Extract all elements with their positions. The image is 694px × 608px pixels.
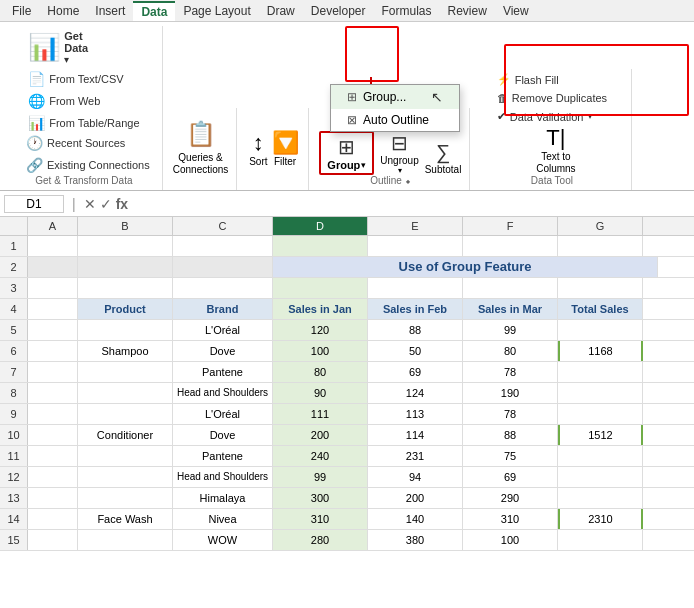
ribbon: 📊 Get Data ▾ 📄 From Text/CSV 🌐 From Web [0,22,694,191]
table-row: 4 Product Brand Sales in Jan Sales in Fe… [0,299,694,320]
col-header-g[interactable]: G [558,217,643,235]
col-header-d[interactable]: D [273,217,368,235]
validation-icon: ✔ [497,110,506,123]
table-row: 10 Conditioner Dove 200 114 88 1512 [0,425,694,446]
web-icon: 🌐 [28,93,45,109]
table-row: 13 Himalaya 300 200 290 [0,488,694,509]
menubar: File Home Insert Data Page Layout Draw D… [0,0,694,22]
menu-home[interactable]: Home [39,2,87,20]
flash-icon: ⚡ [497,73,511,86]
formula-bar: D1 | ✕ ✓ fx [0,191,694,217]
existing-connections-button[interactable]: 🔗 Existing Connections [22,155,154,175]
table-row: 6 Shampoo Dove 100 50 80 1168 [0,341,694,362]
row-num-corner [0,217,28,235]
ribbon-group-get-transform: 📊 Get Data ▾ 📄 From Text/CSV 🌐 From Web [6,26,163,190]
subtotal-button[interactable]: ∑ Subtotal [425,141,462,175]
formula-input[interactable] [132,196,690,212]
group-highlight-box [345,26,399,82]
ribbon-group-datatools: ⚡ Flash Fill 🗑 Remove Duplicates ✔ Data … [472,69,632,190]
table-row: 3 [0,278,694,299]
menu-insert[interactable]: Insert [87,2,133,20]
menu-view[interactable]: View [495,2,537,20]
table-row: 5 L'Oréal 120 88 99 [0,320,694,341]
remove-dup-icon: 🗑 [497,92,508,104]
menu-pagelayout[interactable]: Page Layout [175,2,258,20]
group-dropdown: ⊞ Group... ↖ ⊠ Auto Outline [330,84,460,132]
csv-icon: 📄 [28,71,45,87]
insert-function-icon[interactable]: fx [116,196,128,212]
menu-developer[interactable]: Developer [303,2,374,20]
get-data-button[interactable]: 📊 Get Data ▾ [24,28,143,67]
spreadsheet: A B C D E F G 1 2 Use of Group Feature [0,217,694,551]
confirm-formula-icon[interactable]: ✓ [100,196,112,212]
remove-duplicates-button[interactable]: 🗑 Remove Duplicates [493,90,611,106]
table-row: 12 Head and Shoulders 99 94 69 [0,467,694,488]
ungroup-button[interactable]: ⊟ Ungroup ▾ [380,131,418,175]
table-row: 9 L'Oréal 111 113 78 [0,404,694,425]
cancel-formula-icon[interactable]: ✕ [84,196,96,212]
table-row: 2 Use of Group Feature [0,257,694,278]
col-header-e[interactable]: E [368,217,463,235]
col-header-b[interactable]: B [78,217,173,235]
from-table-button[interactable]: 📊 From Table/Range [24,113,143,133]
group-menu-icon: ⊞ [347,90,357,104]
ribbon-group-queries: 📋 Queries &Connections [165,108,238,190]
connection-icon: 🔗 [26,157,43,173]
from-web-button[interactable]: 🌐 From Web [24,91,143,111]
flash-fill-button[interactable]: ⚡ Flash Fill [493,71,611,88]
col-header-a[interactable]: A [28,217,78,235]
menu-draw[interactable]: Draw [259,2,303,20]
col-header-c[interactable]: C [173,217,273,235]
from-text-csv-button[interactable]: 📄 From Text/CSV [24,69,143,89]
table-row: 11 Pantene 240 231 75 [0,446,694,467]
table-row: 7 Pantene 80 69 78 [0,362,694,383]
cursor-icon: ↖ [431,89,443,105]
auto-outline-option[interactable]: ⊠ Auto Outline [331,109,459,131]
menu-data[interactable]: Data [133,1,175,21]
arrow-indicator2 [580,22,620,52]
table-icon: 📊 [28,115,45,131]
menu-review[interactable]: Review [440,2,495,20]
recent-sources-button[interactable]: 🕐 Recent Sources [22,133,154,153]
outline-menu-icon: ⊠ [347,113,357,127]
col-header-f[interactable]: F [463,217,558,235]
column-headers: A B C D E F G [0,217,694,236]
cell-reference[interactable]: D1 [4,195,64,213]
recent-icon: 🕐 [26,135,43,151]
data-validation-button[interactable]: ✔ Data Validation ▾ [493,108,611,125]
formula-icons: ✕ ✓ fx [84,196,128,212]
table-row: 8 Head and Shoulders 90 124 190 [0,383,694,404]
table-row: 1 [0,236,694,257]
group-option[interactable]: ⊞ Group... ↖ [331,85,459,109]
formula-separator: | [68,196,80,212]
get-transform-label: Get & Transform Data [35,175,132,188]
datatools-label: Data Tool [531,175,573,188]
menu-formulas[interactable]: Formulas [374,2,440,20]
table-row: 15 WOW 280 380 100 [0,530,694,551]
menu-file[interactable]: File [4,2,39,20]
outline-label: Outline ⬥ [370,175,410,188]
ribbon-group-sort: ↕️ Sort 🔽 Filter [239,108,309,190]
group-button[interactable]: ⊞ Group ▾ [319,131,374,175]
table-row: 14 Face Wash Nivea 310 140 310 2310 [0,509,694,530]
